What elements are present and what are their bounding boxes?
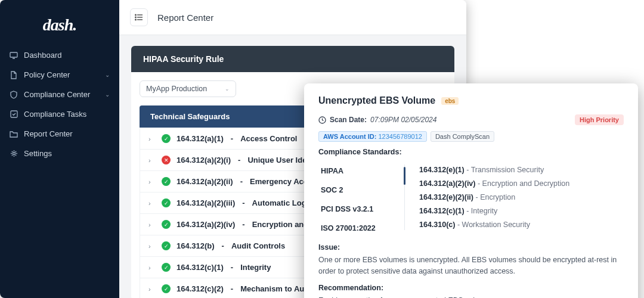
standards-area: HIPAASOC 2PCI DSS v3.2.1ISO 27001:2022 1… bbox=[318, 162, 624, 232]
collapse-sidebar-button[interactable] bbox=[130, 8, 148, 26]
svg-rect-0 bbox=[10, 52, 17, 57]
standard-finding: 164.312(a)(2)(iv) - Encryption and Decry… bbox=[419, 179, 624, 188]
gear-icon bbox=[10, 150, 18, 157]
sidebar-item-compliance-center[interactable]: Compliance Center ⌄ bbox=[0, 85, 119, 104]
chevron-right-icon: › bbox=[148, 285, 156, 293]
status-ok-icon: ✓ bbox=[162, 134, 171, 143]
scanner-chip[interactable]: Dash ComplyScan bbox=[431, 131, 494, 142]
chevron-down-icon: ⌄ bbox=[105, 72, 110, 78]
compliance-standards-label: Compliance Standards: bbox=[318, 148, 624, 156]
standard-tab[interactable]: SOC 2 bbox=[318, 186, 390, 194]
safeguard-code: 164.312(a)(2)(i) bbox=[177, 156, 231, 164]
sidebar-item-label: Dashboard bbox=[24, 51, 62, 60]
safeguard-code: 164.312(a)(2)(iv) bbox=[177, 220, 235, 229]
brand-logo: dash bbox=[0, 11, 119, 45]
scan-date-label: Scan Date: bbox=[330, 116, 367, 124]
chevron-right-icon: › bbox=[148, 157, 156, 164]
sidebar-item-dashboard[interactable]: Dashboard bbox=[0, 45, 119, 65]
standard-tabs: HIPAASOC 2PCI DSS v3.2.1ISO 27001:2022 bbox=[318, 162, 390, 232]
safeguard-code: 164.312(a)(2)(ii) bbox=[177, 177, 233, 186]
chevron-right-icon: › bbox=[148, 200, 156, 207]
shield-icon bbox=[10, 91, 18, 99]
folder-icon bbox=[10, 131, 18, 138]
safeguard-code: 164.312(c)(2) bbox=[177, 284, 224, 293]
sidebar: dash Dashboard Policy Center ⌄ Complianc… bbox=[0, 0, 119, 298]
chevron-right-icon: › bbox=[148, 243, 156, 250]
sidebar-item-report-center[interactable]: Report Center bbox=[0, 124, 119, 144]
chevron-right-icon: › bbox=[148, 264, 156, 271]
status-fail-icon: ✕ bbox=[162, 156, 171, 164]
safeguard-code: 164.312(a)(2)(iii) bbox=[177, 198, 235, 207]
sidebar-nav: Dashboard Policy Center ⌄ Compliance Cen… bbox=[0, 45, 119, 163]
resource-type-tag: ebs bbox=[441, 97, 459, 105]
standard-findings-list: 164.312(e)(1) - Transmission Security164… bbox=[419, 162, 624, 232]
scope-selector-value: MyApp Production bbox=[146, 85, 207, 93]
list-icon bbox=[135, 14, 143, 21]
sidebar-item-label: Policy Center bbox=[24, 70, 70, 79]
chevron-right-icon: › bbox=[148, 178, 156, 185]
sidebar-item-label: Compliance Center bbox=[24, 90, 90, 99]
standard-finding: 164.312(e)(1) - Transmission Security bbox=[419, 166, 624, 174]
chevron-down-icon: ⌄ bbox=[225, 86, 230, 92]
recommendation-text: Enable encryption for any unencrypted EB… bbox=[318, 295, 624, 298]
finding-detail-panel: Unencrypted EBS Volume ebs Scan Date: 07… bbox=[304, 83, 638, 298]
report-header: HIPAA Security Rule bbox=[131, 46, 454, 72]
topbar: Report Center bbox=[119, 0, 466, 35]
finding-title: Unencrypted EBS Volume bbox=[318, 95, 435, 106]
status-ok-icon: ✓ bbox=[162, 284, 171, 293]
safeguard-code: 164.312(a)(1) bbox=[177, 134, 224, 143]
standard-finding: 164.312(c)(1) - Integrity bbox=[419, 207, 624, 215]
svg-point-5 bbox=[135, 19, 137, 20]
sidebar-item-label: Settings bbox=[24, 149, 52, 158]
scan-date-value: 07:09PM 02/05/2024 bbox=[370, 116, 436, 124]
sidebar-item-settings[interactable]: Settings bbox=[0, 144, 119, 163]
status-ok-icon: ✓ bbox=[162, 198, 171, 207]
safeguard-code: 164.312(c)(1) bbox=[177, 263, 224, 272]
standard-tab[interactable]: HIPAA bbox=[318, 167, 390, 175]
status-ok-icon: ✓ bbox=[162, 241, 171, 250]
issue-text: One or more EBS volumes is unencrypted. … bbox=[318, 254, 624, 277]
sidebar-item-label: Report Center bbox=[24, 129, 73, 138]
check-square-icon bbox=[10, 110, 18, 118]
scope-selector[interactable]: MyApp Production ⌄ bbox=[140, 80, 236, 97]
standard-finding: 164.312(e)(2)(ii) - Encryption bbox=[419, 193, 624, 201]
status-ok-icon: ✓ bbox=[162, 177, 171, 186]
priority-badge: High Priority bbox=[575, 114, 624, 125]
status-ok-icon: ✓ bbox=[162, 263, 171, 272]
standard-tab[interactable]: ISO 27001:2022 bbox=[318, 224, 390, 232]
safeguard-label: Integrity bbox=[240, 263, 271, 272]
svg-point-4 bbox=[135, 17, 137, 18]
chevron-down-icon: ⌄ bbox=[105, 91, 110, 98]
standard-finding: 164.310(c) - Workstation Security bbox=[419, 221, 624, 229]
issue-label: Issue: bbox=[318, 242, 624, 253]
monitor-icon bbox=[10, 52, 18, 59]
status-ok-icon: ✓ bbox=[162, 220, 171, 229]
file-icon bbox=[10, 71, 18, 79]
recommendation-label: Recommendation: bbox=[318, 283, 624, 294]
safeguard-label: Audit Controls bbox=[231, 241, 285, 250]
safeguard-code: 164.312(b) bbox=[177, 241, 215, 250]
clock-icon bbox=[318, 116, 326, 124]
safeguard-label: Access Control bbox=[240, 134, 297, 143]
aws-account-chip[interactable]: AWS Account ID: 123456789012 bbox=[318, 131, 427, 142]
sidebar-item-label: Compliance Tasks bbox=[24, 110, 86, 119]
svg-rect-1 bbox=[11, 111, 17, 117]
chevron-right-icon: › bbox=[148, 135, 156, 142]
svg-point-2 bbox=[13, 153, 15, 155]
svg-point-3 bbox=[135, 14, 137, 15]
page-breadcrumb: Report Center bbox=[157, 13, 213, 23]
sidebar-item-compliance-tasks[interactable]: Compliance Tasks bbox=[0, 104, 119, 124]
standard-tab-indicator bbox=[404, 164, 405, 230]
sidebar-item-policy-center[interactable]: Policy Center ⌄ bbox=[0, 65, 119, 85]
standard-tab[interactable]: PCI DSS v3.2.1 bbox=[318, 205, 390, 213]
chevron-right-icon: › bbox=[148, 221, 156, 228]
